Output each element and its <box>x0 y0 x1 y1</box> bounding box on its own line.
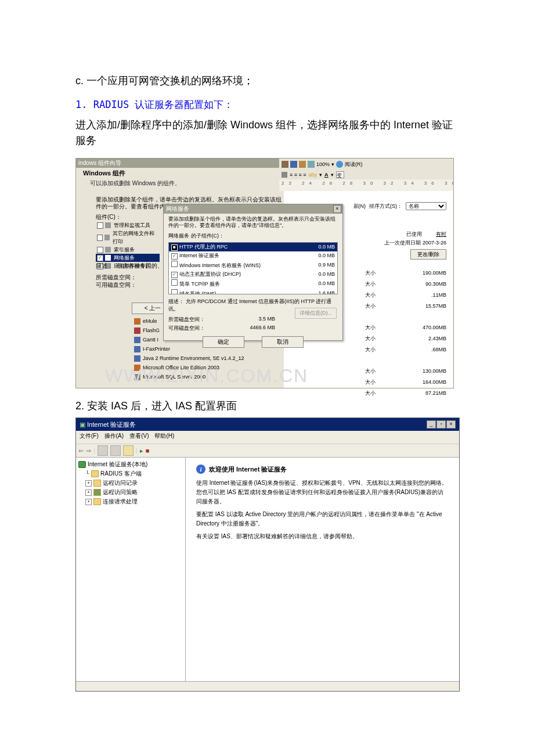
folder-icon <box>93 480 101 487</box>
subcomponents-label: 网络服务 的子组件(C)： <box>164 231 342 241</box>
checkbox-icon[interactable] <box>97 222 103 229</box>
expand-icon[interactable]: + <box>85 489 92 496</box>
folder-icon <box>91 470 99 477</box>
size-list: 大小190.00MB 大小90.30MB 大小.11MB 大小15.57MB 大… <box>365 268 446 399</box>
toolbar-icon[interactable] <box>290 161 297 168</box>
stop-icon[interactable]: ■ <box>146 447 150 454</box>
need-space-label: 所需磁盘空间： <box>96 273 136 282</box>
checkbox-icon[interactable] <box>171 261 178 267</box>
program-row[interactable]: I-FaxPrinter <box>134 344 297 354</box>
program-row[interactable]: Microsoft SQL Server 2000 <box>134 372 297 381</box>
subcomponent-row[interactable]: 简单 TCP/IP 服务0.0 MB <box>169 279 337 289</box>
info-icon: i <box>196 465 205 474</box>
forward-icon[interactable]: ⇒ <box>86 447 91 455</box>
ias-menu[interactable]: 文件(F) 操作(A) 查看(V) 帮助(H) <box>76 431 459 444</box>
tree-node[interactable]: +连接请求处理 <box>78 497 183 506</box>
ias-titlebar: ▣ Internet 验证服务 _ ▫ × <box>76 418 459 431</box>
program-row[interactable]: Microsoft Office Lite Edition 2003 <box>134 363 297 372</box>
wizard-header: Windows 组件 可以添加或删除 Windows 的组件。 <box>83 169 275 188</box>
word-toolbar-2[interactable]: ≡ ≡ ≡ ≡ aby▾ A▾ 变 <box>279 169 453 181</box>
back-icon[interactable]: ⇐ <box>78 447 84 455</box>
checkbox-icon[interactable] <box>171 279 178 286</box>
heading-1: 1. RADIUS 认证服务器配置如下： <box>75 98 459 111</box>
subcomponent-row[interactable]: ■HTTP 代理上的 RPC0.0 MB <box>169 243 337 251</box>
subcomponents-list[interactable]: ■HTTP 代理上的 RPC0.0 MB ✓Internet 验证服务0.0 M… <box>168 242 338 294</box>
size-row: 大小.11MB <box>365 290 446 301</box>
change-remove-button[interactable]: 更改/删除 <box>410 249 446 260</box>
welcome-title: i 欢迎使用 Internet 验证服务 <box>196 465 449 474</box>
checkbox-icon[interactable]: ✓ <box>171 253 178 260</box>
checkbox-icon[interactable]: ■ <box>171 244 178 251</box>
last-used: 上一次使用日期 2007-3-26 <box>384 239 446 247</box>
size-row: 大小15.57MB <box>365 301 446 312</box>
component-row-selected[interactable]: ✓网络服务 <box>96 254 160 262</box>
checkbox-icon[interactable] <box>171 289 178 294</box>
para-1: 进入添加/删除程序中的添加/删除 Windows 组件，选择网络服务中的 Int… <box>75 117 459 149</box>
help-icon[interactable] <box>123 445 134 456</box>
expand-icon[interactable]: + <box>85 480 92 487</box>
toolbar-icon[interactable] <box>110 445 121 456</box>
subcomponent-row[interactable]: ✓动态主机配置协议 (DHCP)0.0 MB <box>169 270 337 279</box>
tree-line: └ <box>85 469 89 478</box>
heading-2: 2. 安装 IAS 后，进入 IAS 配置界面 <box>75 399 459 413</box>
ias-tree[interactable]: Internet 验证服务(本地) └RADIUS 客户端 +远程访问记录 +远… <box>76 458 186 686</box>
size-row: 大小164.00MB <box>365 377 446 388</box>
close-icon[interactable]: × <box>333 205 341 213</box>
zoom-value[interactable]: 100% <box>316 161 330 167</box>
checkbox-icon[interactable]: ✓ <box>171 272 178 278</box>
tree-node[interactable]: └RADIUS 客户端 <box>78 469 183 478</box>
tree-root[interactable]: Internet 验证服务(本地) <box>78 460 183 469</box>
size-row: 大小90.30MB <box>365 279 446 290</box>
close-icon[interactable]: × <box>446 420 456 429</box>
program-row[interactable]: FlashG <box>134 326 297 335</box>
checkbox-icon[interactable]: ✓ <box>97 255 103 261</box>
tree-node[interactable]: +远程访问策略 <box>78 488 183 497</box>
program-row[interactable]: eMule <box>134 316 297 326</box>
sort-select[interactable]: 名称 <box>406 202 446 210</box>
avail-space-label: 可用磁盘空间： <box>96 281 136 289</box>
toolbar-icon[interactable] <box>308 161 315 168</box>
components-label: 组件(C)： <box>96 213 121 221</box>
wizard-subtitle: 可以添加或删除 Windows 的组件。 <box>90 179 275 188</box>
size-row: 大小87.21MB <box>365 388 446 399</box>
size-row: 大小130.00MB <box>365 366 446 377</box>
menu-view[interactable]: 查看(V) <box>129 432 149 442</box>
toolbar-icon[interactable] <box>299 161 306 168</box>
new-button[interactable]: 新(N) <box>353 203 366 210</box>
help-icon[interactable] <box>336 161 343 168</box>
menu-action[interactable]: 操作(A) <box>104 432 124 442</box>
subdialog-titlebar: 网络服务 × <box>164 204 342 214</box>
toolbar-icon[interactable] <box>98 445 108 456</box>
sort-row: 新(N) 排序方式(S)： 名称 <box>353 202 447 210</box>
subcomponent-row[interactable]: Windows Internet 名称服务 (WINS)0.9 MB <box>169 260 337 270</box>
component-row[interactable]: 管理和监视工具 <box>96 221 160 229</box>
checkbox-icon[interactable] <box>97 247 103 253</box>
ias-main: i 欢迎使用 Internet 验证服务 使用 Internet 验证服务(IA… <box>186 458 459 686</box>
menu-file[interactable]: 文件(F) <box>80 432 99 442</box>
minimize-icon[interactable]: _ <box>427 420 436 429</box>
program-row[interactable]: Java 2 Runtime Environment, SE v1.4.2_12 <box>134 354 297 363</box>
size-row: 大小470.00MB <box>365 322 446 333</box>
program-row[interactable]: Gantt I <box>134 335 297 344</box>
program-list: eMule FlashG Gantt I I-FaxPrinter Java 2… <box>134 316 297 381</box>
ruler: 22 24 26 28 30 32 34 36 38 40 42 44 46 4… <box>279 179 453 191</box>
server-icon <box>78 461 86 468</box>
ias-toolbar[interactable]: ⇐ ⇒ | | ▸ ■ <box>76 444 459 458</box>
line-c: c. 一个应用可网管交换机的网络环境； <box>75 73 459 89</box>
play-icon[interactable]: ▸ <box>140 447 143 455</box>
menu-help[interactable]: 帮助(H) <box>154 432 174 442</box>
component-row[interactable]: 索引服务 <box>96 246 160 254</box>
subcomponent-row[interactable]: ✓Internet 验证服务0.0 MB <box>169 251 337 260</box>
folder-icon <box>93 498 101 505</box>
expand-icon[interactable]: + <box>85 499 92 505</box>
subcomponent-row[interactable]: 域名系统 (DNS)1.6 MB <box>169 289 337 294</box>
restore-icon[interactable]: ▫ <box>436 420 446 429</box>
toolbar-icon[interactable] <box>282 161 288 168</box>
size-row: 大小2.43MB <box>365 333 446 344</box>
subdialog-hint: 要添加或删除某个组件，请单击旁边的复选框。灰色框表示只会安装该组件的一部分。要查… <box>164 214 342 231</box>
used-row: 已使用 有时 <box>406 231 446 238</box>
checkbox-icon[interactable] <box>97 235 103 241</box>
tree-node[interactable]: +远程访问记录 <box>78 478 183 488</box>
read-button[interactable]: 阅读(R) <box>345 161 363 168</box>
component-row[interactable]: 其它的网络文件和打印 <box>96 229 160 246</box>
